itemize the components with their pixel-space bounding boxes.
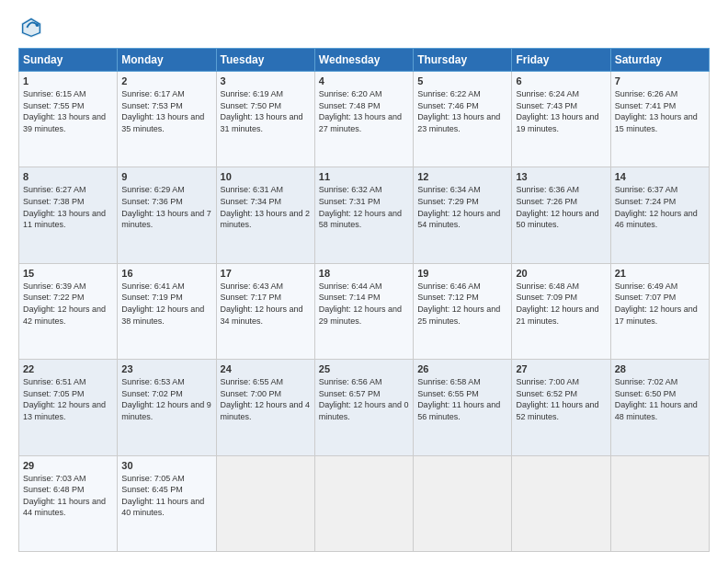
cell-text: Sunrise: 6:20 AMSunset: 7:48 PMDaylight:… (319, 89, 402, 133)
empty-cell (414, 455, 512, 551)
cell-text: Sunrise: 6:24 AMSunset: 7:43 PMDaylight:… (516, 89, 598, 133)
day-cell-10: 10Sunrise: 6:31 AMSunset: 7:34 PMDayligh… (216, 167, 314, 263)
day-cell-26: 26Sunrise: 6:58 AMSunset: 6:55 PMDayligh… (414, 360, 512, 455)
svg-point-2 (36, 23, 40, 27)
day-number: 8 (23, 171, 113, 182)
cell-text: Sunrise: 6:34 AMSunset: 7:29 PMDaylight:… (417, 185, 500, 229)
cell-text: Sunrise: 6:46 AMSunset: 7:12 PMDaylight:… (417, 282, 500, 326)
day-cell-8: 8Sunrise: 6:27 AMSunset: 7:38 PMDaylight… (19, 167, 118, 263)
day-number: 22 (23, 363, 113, 374)
day-cell-27: 27Sunrise: 7:00 AMSunset: 6:52 PMDayligh… (512, 360, 610, 455)
day-cell-9: 9Sunrise: 6:29 AMSunset: 7:36 PMDaylight… (118, 167, 216, 263)
day-number: 25 (319, 363, 409, 374)
day-cell-28: 28Sunrise: 7:02 AMSunset: 6:50 PMDayligh… (610, 360, 709, 455)
day-cell-3: 3Sunrise: 6:19 AMSunset: 7:50 PMDaylight… (216, 72, 314, 167)
day-cell-22: 22Sunrise: 6:51 AMSunset: 7:05 PMDayligh… (19, 360, 118, 455)
cell-text: Sunrise: 6:41 AMSunset: 7:19 PMDaylight:… (121, 282, 204, 326)
day-number: 12 (417, 171, 507, 182)
cell-text: Sunrise: 6:17 AMSunset: 7:53 PMDaylight:… (121, 89, 204, 133)
day-number: 14 (615, 171, 705, 182)
cell-text: Sunrise: 6:51 AMSunset: 7:05 PMDaylight:… (23, 377, 106, 421)
day-number: 16 (121, 268, 211, 279)
day-number: 18 (319, 268, 409, 279)
empty-cell (512, 455, 610, 551)
page: SundayMondayTuesdayWednesdayThursdayFrid… (0, 0, 728, 563)
day-cell-17: 17Sunrise: 6:43 AMSunset: 7:17 PMDayligh… (216, 263, 314, 359)
day-number: 15 (23, 268, 113, 279)
day-number: 29 (23, 460, 113, 471)
empty-cell (314, 455, 413, 551)
day-number: 11 (319, 171, 409, 182)
svg-marker-0 (21, 17, 41, 38)
day-cell-18: 18Sunrise: 6:44 AMSunset: 7:14 PMDayligh… (314, 263, 413, 359)
day-number: 1 (23, 75, 113, 86)
day-number: 17 (221, 268, 311, 279)
week-row-3: 15Sunrise: 6:39 AMSunset: 7:22 PMDayligh… (19, 263, 710, 359)
day-number: 2 (121, 75, 211, 86)
day-cell-5: 5Sunrise: 6:22 AMSunset: 7:46 PMDaylight… (414, 72, 512, 167)
weekday-header-row: SundayMondayTuesdayWednesdayThursdayFrid… (19, 49, 710, 72)
day-cell-30: 30Sunrise: 7:05 AMSunset: 6:45 PMDayligh… (118, 455, 216, 551)
cell-text: Sunrise: 6:58 AMSunset: 6:55 PMDaylight:… (417, 377, 500, 421)
day-number: 13 (516, 171, 606, 182)
cell-text: Sunrise: 6:32 AMSunset: 7:31 PMDaylight:… (319, 185, 402, 229)
day-number: 6 (516, 75, 606, 86)
day-cell-12: 12Sunrise: 6:34 AMSunset: 7:29 PMDayligh… (414, 167, 512, 263)
cell-text: Sunrise: 7:05 AMSunset: 6:45 PMDaylight:… (121, 474, 204, 518)
weekday-friday: Friday (512, 49, 610, 72)
week-row-1: 1Sunrise: 6:15 AMSunset: 7:55 PMDaylight… (19, 72, 710, 167)
day-number: 5 (417, 75, 507, 86)
cell-text: Sunrise: 6:19 AMSunset: 7:50 PMDaylight:… (221, 89, 303, 133)
day-cell-2: 2Sunrise: 6:17 AMSunset: 7:53 PMDaylight… (118, 72, 216, 167)
day-number: 24 (221, 363, 311, 374)
day-number: 26 (417, 363, 507, 374)
calendar-table: SundayMondayTuesdayWednesdayThursdayFrid… (18, 48, 710, 552)
day-number: 10 (221, 171, 311, 182)
day-cell-21: 21Sunrise: 6:49 AMSunset: 7:07 PMDayligh… (610, 263, 709, 359)
day-number: 9 (121, 171, 211, 182)
cell-text: Sunrise: 6:44 AMSunset: 7:14 PMDaylight:… (319, 282, 402, 326)
day-cell-15: 15Sunrise: 6:39 AMSunset: 7:22 PMDayligh… (19, 263, 118, 359)
weekday-saturday: Saturday (610, 49, 709, 72)
day-cell-25: 25Sunrise: 6:56 AMSunset: 6:57 PMDayligh… (314, 360, 413, 455)
week-row-2: 8Sunrise: 6:27 AMSunset: 7:38 PMDaylight… (19, 167, 710, 263)
day-cell-7: 7Sunrise: 6:26 AMSunset: 7:41 PMDaylight… (610, 72, 709, 167)
cell-text: Sunrise: 6:27 AMSunset: 7:38 PMDaylight:… (23, 185, 106, 229)
day-number: 20 (516, 268, 606, 279)
day-number: 19 (417, 268, 507, 279)
day-number: 23 (121, 363, 211, 374)
cell-text: Sunrise: 7:02 AMSunset: 6:50 PMDaylight:… (615, 377, 698, 421)
day-number: 28 (615, 363, 705, 374)
day-cell-16: 16Sunrise: 6:41 AMSunset: 7:19 PMDayligh… (118, 263, 216, 359)
cell-text: Sunrise: 7:03 AMSunset: 6:48 PMDaylight:… (23, 474, 106, 518)
cell-text: Sunrise: 7:00 AMSunset: 6:52 PMDaylight:… (516, 377, 598, 421)
cell-text: Sunrise: 6:53 AMSunset: 7:02 PMDaylight:… (121, 377, 211, 421)
cell-text: Sunrise: 6:37 AMSunset: 7:24 PMDaylight:… (615, 185, 698, 229)
cell-text: Sunrise: 6:29 AMSunset: 7:36 PMDaylight:… (121, 185, 211, 229)
logo (18, 15, 48, 40)
weekday-thursday: Thursday (414, 49, 512, 72)
day-cell-4: 4Sunrise: 6:20 AMSunset: 7:48 PMDaylight… (314, 72, 413, 167)
week-row-5: 29Sunrise: 7:03 AMSunset: 6:48 PMDayligh… (19, 455, 710, 551)
day-number: 7 (615, 75, 705, 86)
day-number: 3 (221, 75, 311, 86)
empty-cell (610, 455, 709, 551)
week-row-4: 22Sunrise: 6:51 AMSunset: 7:05 PMDayligh… (19, 360, 710, 455)
day-cell-24: 24Sunrise: 6:55 AMSunset: 7:00 PMDayligh… (216, 360, 314, 455)
day-cell-29: 29Sunrise: 7:03 AMSunset: 6:48 PMDayligh… (19, 455, 118, 551)
day-cell-20: 20Sunrise: 6:48 AMSunset: 7:09 PMDayligh… (512, 263, 610, 359)
cell-text: Sunrise: 6:49 AMSunset: 7:07 PMDaylight:… (615, 282, 698, 326)
day-cell-1: 1Sunrise: 6:15 AMSunset: 7:55 PMDaylight… (19, 72, 118, 167)
day-number: 21 (615, 268, 705, 279)
cell-text: Sunrise: 6:56 AMSunset: 6:57 PMDaylight:… (319, 377, 409, 421)
day-cell-23: 23Sunrise: 6:53 AMSunset: 7:02 PMDayligh… (118, 360, 216, 455)
header (18, 15, 710, 40)
day-cell-11: 11Sunrise: 6:32 AMSunset: 7:31 PMDayligh… (314, 167, 413, 263)
day-number: 30 (121, 460, 211, 471)
cell-text: Sunrise: 6:48 AMSunset: 7:09 PMDaylight:… (516, 282, 598, 326)
cell-text: Sunrise: 6:55 AMSunset: 7:00 PMDaylight:… (221, 377, 311, 421)
logo-icon (18, 15, 44, 40)
day-cell-14: 14Sunrise: 6:37 AMSunset: 7:24 PMDayligh… (610, 167, 709, 263)
cell-text: Sunrise: 6:22 AMSunset: 7:46 PMDaylight:… (417, 89, 500, 133)
day-number: 27 (516, 363, 606, 374)
